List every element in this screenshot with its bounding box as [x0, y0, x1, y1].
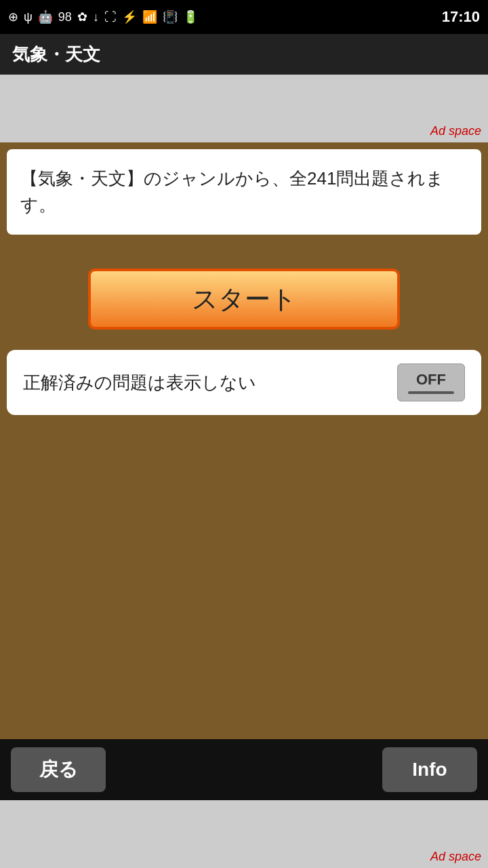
info-box-text: 【気象・天文】のジャンルから、全241問出題されます。 — [20, 168, 444, 215]
title-bar: 気象・天文 — [0, 34, 488, 75]
status-icon-6: ↓ — [93, 10, 99, 24]
info-box: 【気象・天文】のジャンルから、全241問出題されます。 — [7, 149, 481, 235]
status-icon-wifi: 📶 — [142, 9, 157, 24]
status-icon-signal: 📳 — [163, 9, 178, 24]
status-icon-5: ✿ — [77, 9, 87, 24]
status-icons: ⊕ ψ 🤖 98 ✿ ↓ ⛶ ⚡ 📶 📳 🔋 — [8, 9, 198, 24]
status-icon-1: ⊕ — [8, 9, 18, 24]
toggle-line — [408, 391, 455, 394]
toggle-switch[interactable]: OFF — [397, 363, 465, 401]
toggle-label: 正解済みの問題は表示しない — [23, 371, 256, 395]
toggle-state-text: OFF — [416, 371, 446, 389]
info-button[interactable]: Info — [382, 747, 477, 792]
start-button-container: スタート — [0, 269, 488, 330]
back-button-label: 戻る — [39, 757, 78, 783]
status-icon-3: 🤖 — [38, 9, 53, 24]
toggle-box: 正解済みの問題は表示しない OFF — [7, 350, 481, 415]
start-button[interactable]: スタート — [88, 269, 400, 330]
status-icon-2: ψ — [24, 10, 33, 24]
status-bar: ⊕ ψ 🤖 98 ✿ ↓ ⛶ ⚡ 📶 📳 🔋 17:10 — [0, 0, 488, 34]
ad-label-top: Ad space — [430, 124, 481, 138]
back-button[interactable]: 戻る — [11, 747, 106, 792]
status-time: 17:10 — [442, 8, 480, 26]
status-icon-battery: 🔋 — [183, 9, 198, 24]
ad-space-top: Ad space — [0, 75, 488, 142]
status-icon-4: 98 — [58, 10, 72, 24]
ad-space-bottom: Ad space — [0, 800, 488, 868]
ad-label-bottom: Ad space — [430, 850, 481, 864]
info-button-label: Info — [412, 759, 447, 781]
bottom-bar: 戻る Info — [0, 739, 488, 800]
status-icon-bluetooth: ⚡ — [122, 9, 137, 24]
status-icon-7: ⛶ — [104, 10, 117, 24]
page-title: 気象・天文 — [12, 43, 100, 66]
